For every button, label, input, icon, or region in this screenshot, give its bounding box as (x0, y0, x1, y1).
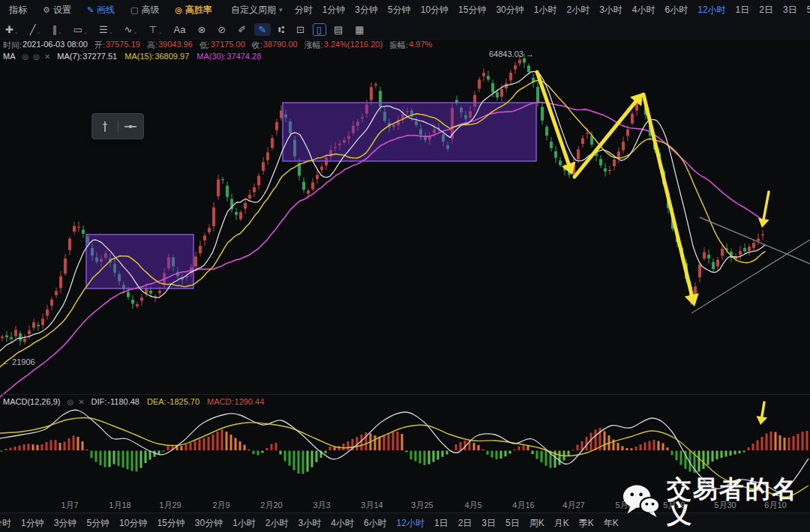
candlestick-chart[interactable] (0, 0, 810, 532)
timeframe-top-3小时[interactable]: 3小时 (599, 4, 622, 16)
timeframe-bottom-12小时[interactable]: 12小时 (397, 517, 424, 530)
menu-custom-period[interactable]: 自定义周期 ▾ (228, 4, 283, 16)
macd-row: MACD(12,26,9) ◎✕ DIF: -1180.48 DEA: -182… (3, 397, 264, 406)
timeframe-top-4小时[interactable]: 4小时 (632, 4, 656, 16)
timeframe-bottom-2小时[interactable]: 2小时 (266, 517, 289, 530)
delete-drawings-tool[interactable]: ▦ (351, 23, 368, 36)
timeframe-top-1小时[interactable]: 1小时 (534, 4, 557, 16)
tool-glyph: ✚ (5, 25, 14, 34)
menu-settings[interactable]: ⚙ 设置 (43, 4, 74, 16)
timeframe-bottom-5分钟[interactable]: 5分钟 (86, 517, 110, 530)
indicator-action-icon[interactable]: ◎ (22, 52, 29, 61)
tool-glyph: ⊤ (148, 25, 157, 34)
ohlc-field: 涨幅: 3.24%(1216.20) (304, 40, 382, 51)
trend-line-tool[interactable]: ╱ ⌄ (26, 23, 45, 36)
timeframe-top-15分钟[interactable]: 15分钟 (458, 4, 486, 16)
top-menus: 指标 ⚙ 设置 ✎ 画线 ▢ 高级 (6, 4, 283, 16)
wave-tool[interactable]: ∿ ⌄ (121, 23, 142, 36)
horizontal-lines-tool[interactable]: ☰ ⌄ (95, 23, 117, 36)
macd-values: DIF: -1180.48 DEA: -1825.70 MACD: 1290.4… (92, 397, 265, 406)
rectangle-tool[interactable]: ▭ ⌄ (70, 23, 92, 36)
menu-advanced[interactable]: ▢ 高级 (130, 4, 162, 16)
low-price-label: ← 21906 (2, 357, 35, 366)
eraser-tool[interactable]: ⊗ (194, 23, 210, 36)
timeframe-bottom-月K[interactable]: 月K (554, 517, 569, 530)
notes-tool[interactable]: ▤ (330, 23, 347, 36)
date-label: 3月25 (411, 500, 433, 511)
date-label: 2月9 (212, 500, 230, 511)
macd-icons: ◎✕ (67, 398, 84, 406)
date-label: 3月3 (313, 500, 330, 511)
indicator-action-icon[interactable]: ◎ (67, 398, 74, 406)
timeframe-bottom-2日[interactable]: 2日 (458, 517, 472, 530)
timeframe-top-2小时[interactable]: 2小时 (566, 4, 590, 16)
timeframe-top-1日[interactable]: 1日 (736, 4, 750, 16)
ohlc-field: 振幅: 4.97% (389, 40, 432, 51)
menu-label: 高胜率 (185, 4, 212, 16)
timeframe-bottom-周K[interactable]: 周K (530, 517, 544, 530)
font-tool[interactable]: Aa (170, 23, 190, 36)
cross-tool[interactable]: ✚ ⌄ (2, 23, 22, 36)
macd-title: MACD(12,26,9) (3, 397, 60, 406)
timeframe-top-3日[interactable]: 3日 (783, 4, 797, 16)
timeframe-top-5日[interactable]: 5日 (807, 4, 810, 16)
indicator-action-icon[interactable]: ✕ (78, 398, 84, 406)
timeframe-bottom-5日[interactable]: 5日 (506, 517, 520, 530)
timeframe-bottom-季K[interactable]: 季K (579, 517, 594, 530)
timeframe-top-5分钟[interactable]: 5分钟 (388, 4, 411, 16)
vertical-segment-tool[interactable] (97, 118, 113, 135)
timeframe-bottom-1分钟[interactable]: 1分钟 (21, 517, 44, 530)
timeframe-bottom-4小时[interactable]: 4小时 (331, 517, 354, 530)
trading-app: 指标 ⚙ 设置 ✎ 画线 ▢ 高级 (0, 0, 810, 532)
menu-icon: ⚙ (43, 5, 50, 15)
timeframe-top-1分钟[interactable]: 1分钟 (322, 4, 346, 16)
parallel-channel-tool[interactable]: ∥ ⌄ (48, 23, 65, 36)
timeframe-bottom-3小时[interactable]: 3小时 (298, 517, 322, 530)
menu-draw-line[interactable]: ✎ 画线 (87, 4, 118, 16)
macd-value: MACD: 1290.44 (207, 397, 264, 406)
tool-glyph: ☰ (99, 25, 108, 34)
timeframe-top-2日[interactable]: 2日 (759, 4, 773, 16)
lock-tool[interactable]: ⊡ (292, 23, 309, 36)
indicator-action-icon[interactable]: ✕ (44, 52, 50, 61)
menu-indicators[interactable]: 指标 (6, 4, 30, 16)
timeframe-bottom-3日[interactable]: 3日 (482, 517, 496, 530)
horizontal-segment-tool[interactable] (122, 118, 139, 135)
wechat-icon (622, 483, 661, 519)
tool-glyph: ▦ (355, 25, 364, 34)
timeframe-bottom-6小时[interactable]: 6小时 (364, 517, 387, 530)
timeframe-top-30分钟[interactable]: 30分钟 (496, 4, 524, 16)
pencil-tool[interactable]: ✐ (234, 23, 250, 36)
ohlc-field: 低: 37175.00 (200, 40, 245, 51)
bookmark-tool[interactable]: ▯ (313, 23, 326, 36)
chevron-down-icon: ⌄ (58, 29, 62, 34)
brush-tool[interactable]: ✎ (254, 23, 271, 36)
indicator-action-icon[interactable]: ◎ (33, 52, 40, 61)
timeframe-top-3分钟[interactable]: 3分钟 (355, 4, 378, 16)
ma-row: MA ◎◎✕ MA(7): 37277.51 MA(15): 36809.97 … (3, 52, 261, 61)
timeframe-top-6小时[interactable]: 6小时 (665, 4, 688, 16)
menu-label: 设置 (53, 4, 71, 16)
timeframe-bottom-10分钟[interactable]: 10分钟 (119, 517, 147, 530)
timeframe-bottom-1小时[interactable]: 1小时 (232, 517, 256, 530)
ohlc-fields: 开: 37575.19 高: 39043.96 低: 37175.00 收: 3… (94, 40, 432, 51)
floating-draw-toolbar (92, 113, 144, 139)
chevron-down-icon: ⌄ (158, 29, 163, 34)
timeframe-bottom-15分钟[interactable]: 15分钟 (157, 517, 184, 530)
hide-drawings-tool[interactable]: ⊘ (214, 23, 230, 36)
menu-label: 自定义周期 (231, 4, 276, 16)
ohlc-row: 时间: 2021-06-03 08:00 开: 37575.19 高: 3904… (3, 40, 432, 51)
timeframe-top-12小时[interactable]: 12小时 (698, 4, 725, 16)
text-anchor-tool[interactable]: ⊤ ⌄ (145, 23, 166, 36)
timeframe-bottom-年K[interactable]: 年K (604, 517, 619, 530)
date-label: 1月7 (61, 500, 78, 511)
menu-high-win-rate[interactable]: ◎ 高胜率 (176, 4, 216, 16)
measure-tool[interactable]: ⑆ (274, 23, 289, 36)
timeframe-top-10分钟[interactable]: 10分钟 (421, 4, 448, 16)
timeframe-bottom-分时[interactable]: 分时 (0, 517, 11, 530)
timeframe-bottom-3分钟[interactable]: 3分钟 (54, 517, 77, 530)
timeframe-bottom-1日[interactable]: 1日 (434, 517, 448, 530)
timeframe-bottom-30分钟[interactable]: 30分钟 (195, 517, 223, 530)
timeframe-top-分时[interactable]: 分时 (295, 4, 313, 16)
menu-icon: ◎ (176, 5, 183, 15)
